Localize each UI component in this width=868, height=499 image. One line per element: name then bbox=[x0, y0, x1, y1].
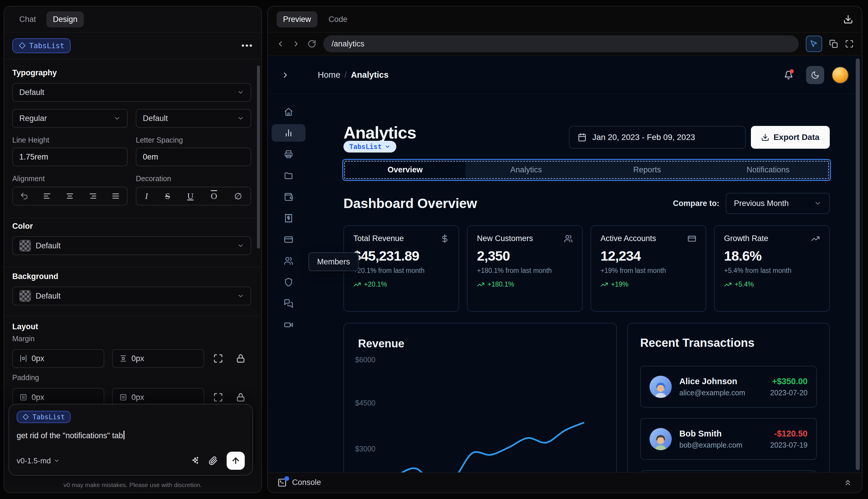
export-data-button[interactable]: Export Data bbox=[751, 126, 830, 149]
composer-context-chip[interactable]: TabsList bbox=[17, 411, 71, 423]
letter-spacing-input[interactable]: 0em bbox=[136, 147, 251, 166]
decoration-label: Decoration bbox=[136, 174, 171, 183]
model-selector[interactable]: v0-1.5-md bbox=[17, 457, 60, 465]
chevron-down-icon bbox=[814, 199, 821, 207]
fullscreen-icon[interactable] bbox=[845, 39, 854, 48]
sparkles-icon[interactable] bbox=[190, 456, 200, 465]
revenue-line bbox=[344, 324, 617, 472]
chevron-down-icon bbox=[237, 292, 244, 300]
chat-composer[interactable]: TabsList get rid of the "notifications" … bbox=[9, 404, 253, 476]
cursor-icon bbox=[810, 40, 818, 48]
user-avatar[interactable] bbox=[832, 66, 849, 84]
margin-y-input[interactable]: 0px bbox=[112, 349, 204, 368]
rail-messages-icon[interactable] bbox=[272, 293, 306, 314]
padding-expand-icon[interactable] bbox=[213, 392, 223, 402]
background-heading: Background bbox=[12, 272, 59, 281]
font-weight-select[interactable]: Regular bbox=[12, 109, 128, 128]
date-range-picker[interactable]: Jan 20, 2023 - Feb 09, 2023 bbox=[569, 126, 746, 149]
sidebar-toggle-icon[interactable] bbox=[281, 71, 290, 80]
rail-folder-icon[interactable] bbox=[272, 165, 306, 186]
rail-credit-card-icon[interactable] bbox=[272, 229, 306, 250]
tabs-list: Overview Analytics Reports Notifications bbox=[343, 160, 830, 180]
align-right-icon[interactable] bbox=[88, 192, 97, 200]
align-left-icon[interactable] bbox=[42, 192, 51, 200]
stat-card-new-customers: New Customers 2,350 +180.1% from last mo… bbox=[467, 225, 583, 312]
transaction-row[interactable] bbox=[640, 470, 817, 472]
url-input[interactable]: /analytics bbox=[323, 35, 799, 52]
calendar-icon bbox=[578, 133, 586, 142]
margin-expand-icon[interactable] bbox=[213, 353, 223, 363]
revenue-chart-card: Revenue $6000 $4500 $3000 bbox=[344, 323, 617, 472]
margin-x-input[interactable]: 0px bbox=[12, 349, 104, 368]
tab-notifications[interactable]: Notifications bbox=[708, 161, 829, 179]
tab-reports[interactable]: Reports bbox=[587, 161, 708, 179]
align-justify-icon[interactable] bbox=[111, 192, 120, 200]
app-sidebar-rail bbox=[268, 94, 309, 472]
tab-chat[interactable]: Chat bbox=[13, 11, 42, 27]
color-select[interactable]: Default bbox=[12, 236, 251, 255]
arrow-up-icon bbox=[231, 456, 240, 465]
underline-icon[interactable]: U bbox=[187, 191, 194, 201]
margin-vertical-icon bbox=[119, 354, 127, 363]
inspect-pointer-button[interactable] bbox=[806, 36, 822, 52]
paperclip-icon[interactable] bbox=[209, 456, 218, 465]
console-label: Console bbox=[292, 478, 321, 487]
trending-up-icon bbox=[811, 234, 820, 243]
back-icon[interactable] bbox=[276, 39, 285, 48]
no-decoration-icon[interactable]: ∅ bbox=[234, 191, 242, 201]
line-height-input[interactable]: 1.75rem bbox=[12, 147, 128, 166]
rail-members-icon[interactable] bbox=[272, 250, 306, 271]
console-bar[interactable]: Console bbox=[268, 472, 861, 492]
align-center-icon[interactable] bbox=[65, 192, 74, 200]
download-icon[interactable] bbox=[843, 14, 853, 24]
rail-printer-icon[interactable] bbox=[272, 144, 306, 165]
transaction-row[interactable]: Alice Johnson alice@example.com +$350.00… bbox=[640, 366, 817, 407]
font-size-select[interactable]: Default bbox=[136, 109, 251, 128]
tab-code[interactable]: Code bbox=[322, 11, 354, 27]
transaction-row[interactable]: Bob Smith bob@example.com -$120.50 2023-… bbox=[640, 418, 817, 460]
overline-icon[interactable]: O bbox=[211, 191, 217, 201]
rail-home-icon[interactable] bbox=[272, 101, 306, 122]
tab-overview[interactable]: Overview bbox=[345, 161, 466, 179]
rail-video-icon[interactable] bbox=[272, 314, 306, 336]
tab-design[interactable]: Design bbox=[47, 11, 84, 27]
rail-receipt-icon[interactable] bbox=[272, 207, 306, 229]
copy-icon[interactable] bbox=[829, 39, 838, 48]
page-title: Analytics bbox=[344, 123, 416, 142]
diamond-icon bbox=[19, 42, 26, 49]
rail-security-icon[interactable] bbox=[272, 271, 306, 293]
compare-select[interactable]: Previous Month bbox=[726, 193, 830, 214]
tab-preview[interactable]: Preview bbox=[276, 11, 318, 27]
sidebar-tabbar: Chat Design bbox=[4, 7, 261, 32]
selection-label-chip[interactable]: TabsList bbox=[344, 141, 396, 153]
section-header-row: Dashboard Overview Compare to: Previous … bbox=[344, 191, 830, 216]
section-title: Dashboard Overview bbox=[344, 195, 477, 211]
preview-tabbar: Preview Code bbox=[268, 7, 862, 32]
strikethrough-icon[interactable]: S bbox=[165, 191, 170, 201]
rail-wallet-icon[interactable] bbox=[272, 186, 306, 207]
refresh-icon[interactable] bbox=[308, 39, 316, 48]
margin-lock-icon[interactable] bbox=[236, 353, 246, 363]
background-select[interactable]: Default bbox=[12, 287, 251, 305]
padding-label: Padding bbox=[12, 373, 39, 382]
typography-heading: Typography bbox=[12, 68, 57, 77]
users-icon bbox=[564, 234, 573, 243]
tab-analytics[interactable]: Analytics bbox=[466, 161, 586, 179]
chevrons-up-icon[interactable] bbox=[843, 478, 852, 487]
forward-icon[interactable] bbox=[292, 39, 300, 48]
rail-analytics-icon[interactable] bbox=[272, 124, 306, 142]
italic-icon[interactable]: I bbox=[145, 191, 148, 201]
padding-lock-icon[interactable] bbox=[236, 392, 246, 402]
chevron-down-icon bbox=[114, 115, 121, 122]
avatar bbox=[649, 428, 672, 450]
selected-element-chip[interactable]: TabsList bbox=[12, 38, 71, 53]
divider bbox=[4, 316, 261, 316]
breadcrumb-home[interactable]: Home bbox=[318, 70, 340, 80]
preview-scrollbar[interactable] bbox=[856, 58, 860, 470]
more-menu-button[interactable]: ••• bbox=[241, 40, 253, 50]
sidebar-scrollbar[interactable] bbox=[257, 65, 260, 248]
font-family-select[interactable]: Default bbox=[12, 83, 251, 102]
composer-input[interactable]: get rid of the "notifications" tab bbox=[17, 431, 245, 440]
undo-icon[interactable] bbox=[20, 192, 29, 200]
send-button[interactable] bbox=[227, 452, 245, 470]
